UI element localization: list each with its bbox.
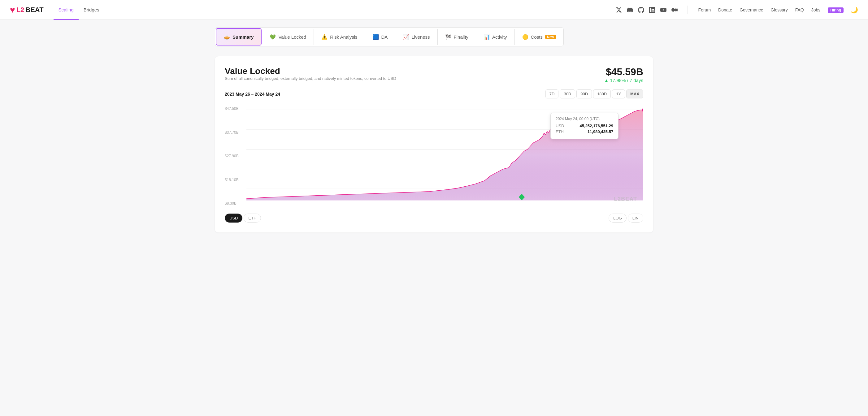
tab-da[interactable]: 🟦 DA bbox=[365, 29, 396, 45]
chart-plot: 2024 May 24, 00:00 (UTC) USD 45,252,176,… bbox=[246, 103, 643, 209]
tabs-container: 🥧 Summary 💚 Value Locked ⚠️ Risk Analysi… bbox=[215, 27, 564, 46]
chart-container: $47.50B $37.70B $27.90B $18.10B $8.30B bbox=[225, 103, 643, 209]
tab-finality[interactable]: 🏁 Finality bbox=[438, 29, 476, 45]
navbar: ♥ L2 BEAT Scaling Bridges Forum Donate G… bbox=[0, 0, 868, 20]
chart-date-range: 2023 May 26 – 2024 May 24 7D 30D 90D 180… bbox=[225, 90, 643, 98]
time-90d[interactable]: 90D bbox=[577, 90, 592, 98]
time-7d[interactable]: 7D bbox=[546, 90, 559, 98]
dark-mode-toggle[interactable]: 🌙 bbox=[850, 6, 858, 13]
y-label-5: $8.30B bbox=[225, 201, 239, 205]
nav-glossary[interactable]: Glossary bbox=[768, 6, 791, 14]
nav-scaling[interactable]: Scaling bbox=[54, 0, 79, 20]
y-label-1: $47.50B bbox=[225, 106, 239, 111]
nav-forum[interactable]: Forum bbox=[695, 6, 714, 14]
time-max[interactable]: MAX bbox=[626, 90, 643, 98]
time-1y[interactable]: 1Y bbox=[612, 90, 625, 98]
liveness-icon: 📈 bbox=[403, 34, 409, 40]
tab-value-locked[interactable]: 💚 Value Locked bbox=[262, 29, 314, 45]
medium-icon[interactable] bbox=[672, 7, 678, 13]
time-180d[interactable]: 180D bbox=[593, 90, 611, 98]
value-locked-icon: 💚 bbox=[270, 34, 276, 40]
tooltip-eth-label: ETH bbox=[556, 129, 564, 134]
chart-title: Value Locked bbox=[225, 66, 396, 76]
summary-icon: 🥧 bbox=[224, 34, 230, 40]
scale-lin[interactable]: LIN bbox=[628, 214, 643, 223]
tab-risk-analysis[interactable]: ⚠️ Risk Analysis bbox=[314, 29, 365, 45]
currency-usd[interactable]: USD bbox=[225, 214, 242, 223]
nav-faq[interactable]: FAQ bbox=[792, 6, 807, 14]
y-label-4: $18.10B bbox=[225, 178, 239, 182]
chart-value-main: $45.59B bbox=[604, 66, 643, 78]
costs-icon: 🟡 bbox=[522, 34, 528, 40]
currency-buttons: USD ETH bbox=[225, 214, 261, 223]
activity-icon: 📊 bbox=[484, 34, 490, 40]
tooltip-eth-row: ETH 11,980,435.57 bbox=[556, 129, 613, 134]
finality-icon: 🏁 bbox=[445, 34, 451, 40]
linkedin-icon[interactable] bbox=[649, 7, 655, 13]
youtube-icon[interactable] bbox=[660, 7, 666, 13]
nav-links: Scaling Bridges bbox=[54, 0, 104, 20]
tab-activity[interactable]: 📊 Activity bbox=[476, 29, 515, 45]
scale-buttons: LOG LIN bbox=[609, 214, 643, 223]
time-30d[interactable]: 30D bbox=[560, 90, 575, 98]
nav-jobs[interactable]: Jobs bbox=[808, 6, 824, 14]
twitter-icon[interactable] bbox=[616, 7, 622, 13]
nav-social bbox=[616, 7, 678, 13]
nav-right-links: Forum Donate Governance Glossary FAQ Job… bbox=[687, 6, 858, 14]
chart-y-labels: $47.50B $37.70B $27.90B $18.10B $8.30B bbox=[225, 103, 239, 209]
nav-hiring[interactable]: Hiring bbox=[825, 6, 847, 14]
discord-icon[interactable] bbox=[627, 7, 633, 13]
logo[interactable]: ♥ L2 BEAT bbox=[10, 5, 44, 15]
date-range-text: 2023 May 26 – 2024 May 24 bbox=[225, 92, 280, 97]
tab-costs[interactable]: 🟡 Costs New bbox=[515, 29, 563, 45]
main-content: 🥧 Summary 💚 Value Locked ⚠️ Risk Analysi… bbox=[205, 20, 663, 240]
chart-tooltip: 2024 May 24, 00:00 (UTC) USD 45,252,176,… bbox=[550, 113, 619, 139]
da-icon: 🟦 bbox=[373, 34, 379, 40]
currency-eth[interactable]: ETH bbox=[244, 214, 261, 223]
tooltip-usd-row: USD 45,252,176,551.29 bbox=[556, 124, 613, 128]
chart-value-container: $45.59B ▲ 17.98% / 7 days bbox=[604, 66, 643, 83]
risk-analysis-icon: ⚠️ bbox=[321, 34, 328, 40]
logo-beat: BEAT bbox=[25, 6, 43, 14]
chart-header: Value Locked Sum of all canonically brid… bbox=[225, 66, 643, 87]
nav-governance[interactable]: Governance bbox=[737, 6, 766, 14]
scale-log[interactable]: LOG bbox=[609, 214, 626, 223]
tooltip-usd-label: USD bbox=[556, 124, 564, 128]
y-label-2: $37.70B bbox=[225, 130, 239, 135]
time-buttons: 7D 30D 90D 180D 1Y MAX bbox=[546, 90, 643, 98]
logo-l2: L2 bbox=[17, 6, 25, 14]
chart-bottom: USD ETH LOG LIN bbox=[225, 214, 643, 223]
tooltip-usd-value: 45,252,176,551.29 bbox=[580, 124, 613, 128]
logo-heart-icon: ♥ bbox=[10, 5, 15, 15]
github-icon[interactable] bbox=[638, 7, 644, 13]
tab-summary[interactable]: 🥧 Summary bbox=[216, 28, 261, 45]
chart-value-change: ▲ 17.98% / 7 days bbox=[604, 78, 643, 83]
nav-bridges[interactable]: Bridges bbox=[79, 0, 104, 20]
chart-subtitle: Sum of all canonically bridged, external… bbox=[225, 76, 396, 81]
chart-section: Value Locked Sum of all canonically brid… bbox=[215, 56, 653, 232]
tooltip-eth-value: 11,980,435.57 bbox=[588, 129, 613, 134]
nav-donate[interactable]: Donate bbox=[715, 6, 735, 14]
y-label-3: $27.90B bbox=[225, 154, 239, 158]
tooltip-date: 2024 May 24, 00:00 (UTC) bbox=[556, 117, 613, 121]
costs-new-badge: New bbox=[545, 35, 556, 39]
chart-watermark: L2BEAT bbox=[614, 196, 637, 202]
tab-liveness[interactable]: 📈 Liveness bbox=[395, 29, 437, 45]
